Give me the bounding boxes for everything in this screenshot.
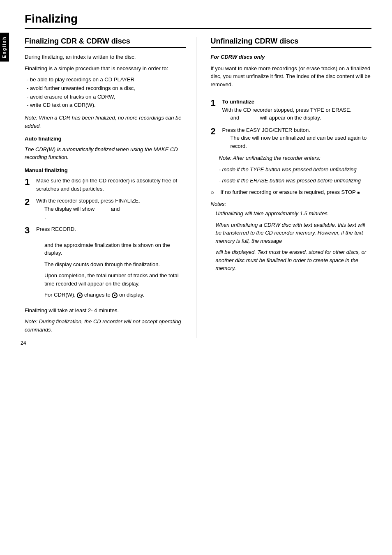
left-intro2: Finalizing is a simple procedure that is… xyxy=(25,64,186,73)
list-item: write CD text on a CDR(W). xyxy=(27,101,186,110)
step-1-content: Make sure the disc (in the CD recorder) … xyxy=(36,177,186,193)
step-3-sub4: For CDR(W), changes to on display. xyxy=(44,291,186,299)
bullet-list: be able to play recordings on a CD PLAYE… xyxy=(25,76,186,110)
auto-finalizing-heading: Auto finalizing xyxy=(25,135,186,143)
step-2-num: 2 xyxy=(25,197,33,207)
unfinalize-step-1-content: To unfinalize With the CD recorder stopp… xyxy=(222,98,372,122)
language-tab: English xyxy=(0,33,9,62)
note-type: - mode if the TYPE button was pressed be… xyxy=(219,166,372,174)
left-section-title: Finalizing CDR & CDRW discs xyxy=(25,37,186,48)
note-during: Note: During finalization, the CD record… xyxy=(25,318,186,334)
note-1: Unfinalizing will take approximately 1.5… xyxy=(216,210,372,218)
right-section-title: Unfinalizing CDRW discs xyxy=(211,37,372,48)
unfinalize-step-1-text: With the CD recorder stopped, press TYPE… xyxy=(222,107,352,113)
circle-bullet-icon: ○ xyxy=(211,188,217,197)
to-unfinalize-heading: To unfinalize xyxy=(222,99,254,105)
step-2: 2 With the recorder stopped, press FINAL… xyxy=(25,197,186,221)
note-after-unfinalizing: Note: After unfinalizing the recorder en… xyxy=(211,154,372,185)
unfinalize-step-2-num: 2 xyxy=(211,126,219,137)
stop-symbol: ■ xyxy=(357,189,360,196)
notes-section: Notes: Unfinalizing will take approximat… xyxy=(211,200,372,272)
note-2: When unfinalizing a CDRW disc with text … xyxy=(216,221,372,245)
unfinalize-step-2-sub: The disc will now be unfinalized and can… xyxy=(222,134,372,150)
finalizing-time: Finalizing will take at least 2- 4 minut… xyxy=(25,306,186,315)
step-3-sub2: The display counts down through the fina… xyxy=(44,260,186,269)
step-2-sub3: . xyxy=(36,214,46,220)
step-3-text: Press RECORD. xyxy=(36,226,76,232)
step-3: 3 Press RECORD. and the approximate fina… xyxy=(25,225,186,302)
italic-note: Note: When a CDR has been finalized, no … xyxy=(25,114,186,130)
manual-finalizing-heading: Manual finalizing xyxy=(25,166,186,175)
unfinalize-step-2-text: Press the EASY JOG/ENTER button. xyxy=(222,127,310,133)
page-wrapper: English Finalizing Finalizing CDR & CDRW… xyxy=(0,0,392,354)
right-intro: If you want to make more recordings (or … xyxy=(211,64,372,89)
disc-icon-before xyxy=(77,292,83,298)
left-column: Finalizing CDR & CDRW discs During final… xyxy=(25,37,196,338)
list-item: be able to play recordings on a CD PLAYE… xyxy=(27,76,186,84)
note-3: will be displayed. Text must be erased, … xyxy=(216,248,372,272)
step-3-content: Press RECORD. and the approximate finali… xyxy=(36,225,186,302)
step-2-content: With the recorder stopped, press FINALIZ… xyxy=(36,197,186,221)
disc-icon-after xyxy=(112,292,118,298)
step-2-text: With the recorder stopped, press FINALIZ… xyxy=(36,198,140,204)
unfinalize-step-1: 1 To unfinalize With the CD recorder sto… xyxy=(211,98,372,122)
circle-step: ○ If no further recording or erasure is … xyxy=(211,188,372,197)
step-3-sub3: Upon completion, the total number of tra… xyxy=(44,272,186,288)
step-1-text: Make sure the disc (in the CD recorder) … xyxy=(36,177,177,192)
two-column-layout: Finalizing CDR & CDRW discs During final… xyxy=(25,37,371,338)
step-1: 1 Make sure the disc (in the CD recorder… xyxy=(25,177,186,193)
unfinalize-step-2: 2 Press the EASY JOG/ENTER button. The d… xyxy=(211,126,372,150)
unfinalize-step-1-sub: and will appear on the display. xyxy=(222,114,372,122)
list-item: avoid further unwanted recordings on a d… xyxy=(27,84,186,93)
page-number: 24 xyxy=(21,340,26,346)
step-2-sub: The display will show and xyxy=(36,206,141,212)
note-erase: - mode if the ERASE button was pressed b… xyxy=(219,177,372,185)
step-3-num: 3 xyxy=(25,225,33,236)
page-title: Finalizing xyxy=(25,12,371,29)
left-intro: During finalizing, an index is written t… xyxy=(25,53,186,61)
note-after-label: Note: After unfinalizing the recorder en… xyxy=(219,154,372,162)
step-3-sub1: and the approximate finalization time is… xyxy=(44,241,186,257)
right-column: Unfinalizing CDRW discs For CDRW discs o… xyxy=(209,37,372,338)
notes-content: Unfinalizing will take approximately 1.5… xyxy=(211,210,372,272)
unfinalize-step-1-num: 1 xyxy=(211,98,219,108)
list-item: avoid erasure of tracks on a CDRW, xyxy=(27,93,186,101)
unfinalize-step-2-content: Press the EASY JOG/ENTER button. The dis… xyxy=(222,126,372,150)
circle-step-content: If no further recording or erasure is re… xyxy=(221,188,372,196)
step-3-sub: and the approximate finalization time is… xyxy=(36,241,186,299)
auto-finalizing-text: The CDR(W) is automatically finalized wh… xyxy=(25,145,186,161)
right-subtitle: For CDRW discs only xyxy=(211,53,372,61)
circle-step-text: If no further recording or erasure is re… xyxy=(221,189,356,195)
notes-label: Notes: xyxy=(211,200,372,208)
step-1-num: 1 xyxy=(25,177,33,187)
